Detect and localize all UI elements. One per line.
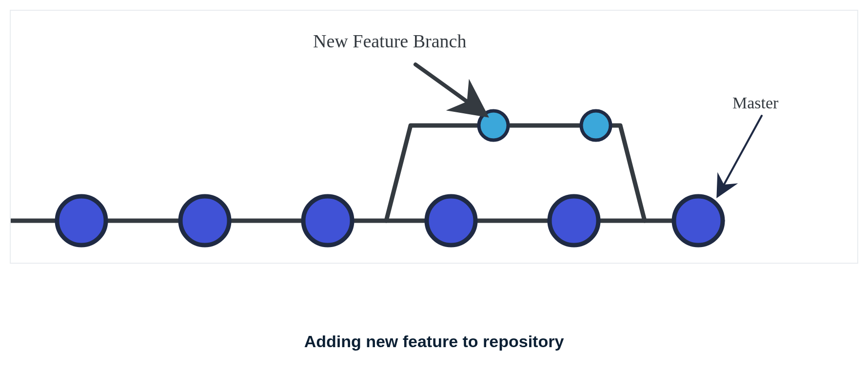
master-commit-1 bbox=[57, 196, 106, 245]
master-commit-2 bbox=[180, 196, 229, 245]
feature-branch-arrow-icon bbox=[415, 64, 476, 108]
master-label: Master bbox=[732, 94, 779, 112]
feature-commit-2 bbox=[581, 111, 611, 140]
master-commit-4 bbox=[427, 196, 475, 245]
feature-commit-1 bbox=[479, 111, 508, 140]
master-commit-3 bbox=[303, 196, 352, 245]
master-commit-6 bbox=[674, 196, 723, 245]
master-commit-5 bbox=[550, 196, 598, 245]
diagram-frame: New Feature Branch Master bbox=[10, 10, 858, 264]
master-arrow-icon bbox=[720, 116, 762, 191]
feature-branch-label: New Feature Branch bbox=[313, 31, 466, 51]
page: New Feature Branch Master Adding new fea… bbox=[0, 0, 868, 375]
feature-branch-path bbox=[386, 125, 645, 221]
diagram-caption: Adding new feature to repository bbox=[0, 332, 868, 351]
git-branch-diagram: New Feature Branch Master bbox=[11, 11, 859, 265]
